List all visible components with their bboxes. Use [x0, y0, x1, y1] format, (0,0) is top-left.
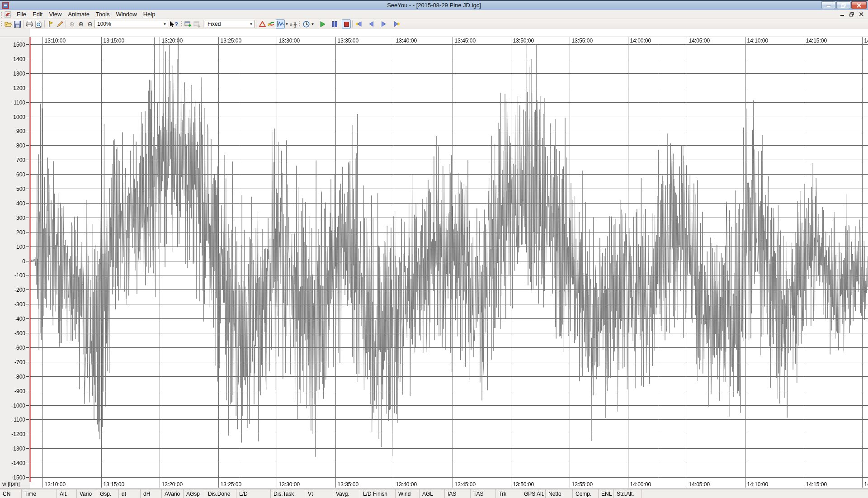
- close-button[interactable]: [851, 1, 867, 9]
- graph-mode-combobox[interactable]: Fixed ▼: [205, 20, 255, 28]
- task-button[interactable]: [258, 19, 267, 28]
- menu-file[interactable]: File: [14, 10, 29, 19]
- mdi-close-icon: [859, 12, 863, 16]
- mdi-restore-button[interactable]: [849, 12, 855, 17]
- y-axis-unit-label: w [fpm]: [2, 481, 20, 487]
- save-desktop-icon: [184, 21, 192, 28]
- save-button[interactable]: [13, 19, 22, 28]
- close-icon: [857, 3, 861, 8]
- draw-button[interactable]: [55, 19, 64, 28]
- zoom-level-combobox[interactable]: 100% ▼: [94, 20, 168, 28]
- mdi-minimize-icon: [840, 12, 844, 16]
- status-field-stdalt: Std.Alt.: [614, 489, 642, 498]
- animation-rate-button[interactable]: [302, 19, 311, 28]
- next-fix-button[interactable]: [379, 19, 388, 28]
- status-field-ldfinish: L/D Finish: [360, 489, 396, 498]
- menu-tools[interactable]: Tools: [93, 10, 113, 19]
- last-fix-button[interactable]: [392, 19, 401, 28]
- status-field-distask: Dis.Task: [271, 489, 305, 498]
- restore-icon: [841, 3, 846, 8]
- status-field-netto: Netto: [546, 489, 573, 498]
- zoom-out-icon: ⊖: [87, 20, 93, 28]
- toolbar-grip[interactable]: [1, 21, 2, 27]
- toolbar-grip[interactable]: [181, 21, 182, 27]
- minimize-icon: [826, 3, 831, 7]
- restore-button[interactable]: [836, 1, 850, 9]
- status-field-comp: Comp.: [573, 489, 599, 498]
- status-field-agl: AGL: [420, 489, 445, 498]
- prev-fix-button[interactable]: [367, 19, 376, 28]
- zoom-in-icon: ⊕: [78, 20, 84, 28]
- status-field-vt: Vt: [305, 489, 333, 498]
- next-fix-icon: [381, 21, 387, 27]
- stop-button[interactable]: [342, 19, 351, 28]
- print-preview-icon: [35, 21, 42, 28]
- mdi-restore-icon: [849, 12, 854, 17]
- menu-help[interactable]: Help: [140, 10, 159, 19]
- pause-button[interactable]: [330, 19, 339, 28]
- pencil-icon: [57, 21, 63, 28]
- mdi-close-button[interactable]: [858, 12, 864, 17]
- title-bar[interactable]: SeeYou - - [2015-08-29 Pine JD.igc]: [0, 0, 868, 10]
- flag-icon: [48, 21, 54, 28]
- optimize-icon: [268, 21, 275, 27]
- toolbar-grip[interactable]: [299, 21, 300, 27]
- chevron-down-icon: ▼: [163, 22, 167, 26]
- window-title: SeeYou - - [2015-08-29 Pine JD.igc]: [0, 2, 868, 9]
- flag-button[interactable]: [46, 19, 55, 28]
- context-help-icon: ?: [169, 21, 179, 28]
- graph-mode-value: Fixed: [208, 21, 221, 27]
- save-desktop-button[interactable]: [184, 19, 193, 28]
- print-button[interactable]: [25, 19, 34, 28]
- first-fix-button[interactable]: [354, 19, 363, 28]
- status-field-ld: L/D: [236, 489, 271, 498]
- play-icon: [320, 21, 326, 27]
- zoom-reset-icon: ⊕: [69, 20, 75, 28]
- separator: [44, 20, 45, 28]
- menu-bar: FileEditViewAnimateToolsWindowHelp: [0, 10, 868, 19]
- menubar-grip[interactable]: [1, 11, 2, 18]
- status-field-avario: AVario: [162, 489, 184, 498]
- print-icon: [26, 21, 33, 27]
- menu-view[interactable]: View: [46, 10, 65, 19]
- animation-rate-caret[interactable]: ▼: [311, 22, 315, 26]
- zoom-out-button[interactable]: ⊖: [85, 19, 94, 28]
- svg-text:5: 5: [294, 21, 296, 24]
- menu-edit[interactable]: Edit: [29, 10, 46, 19]
- statistics-icon: υ= 5 2: [290, 21, 297, 28]
- optimize-button[interactable]: [267, 19, 276, 28]
- status-field-alt: Alt.: [57, 489, 77, 498]
- menu-window[interactable]: Window: [113, 10, 140, 19]
- menu-animate[interactable]: Animate: [65, 10, 93, 19]
- minimize-button[interactable]: [821, 1, 835, 9]
- status-field-ias: IAS: [445, 489, 471, 498]
- zoom-reset-button[interactable]: ⊕: [67, 19, 76, 28]
- status-bar: CNTimeAlt.VarioGsp.dtdHAVarioAGspDis.Don…: [0, 489, 868, 498]
- zoom-level-value: 100%: [97, 21, 111, 27]
- mdi-minimize-button[interactable]: [839, 12, 845, 17]
- first-fix-icon: [355, 21, 362, 27]
- zoom-in-button[interactable]: ⊕: [76, 19, 85, 28]
- context-help-button[interactable]: ?: [168, 19, 180, 28]
- play-button[interactable]: [318, 19, 327, 28]
- load-desktop-icon: [193, 21, 201, 28]
- separator: [352, 20, 353, 28]
- status-field-enl: ENL: [599, 489, 614, 498]
- separator: [23, 20, 24, 28]
- print-preview-button[interactable]: [34, 19, 43, 28]
- vario-trace-canvas[interactable]: [0, 29, 868, 489]
- statistics-button[interactable]: υ= 5 2: [289, 19, 298, 28]
- load-desktop-button[interactable]: [193, 19, 202, 28]
- vario-graph-panel: w [fpm]: [0, 29, 868, 489]
- pause-icon: [332, 21, 337, 27]
- task-icon: [259, 21, 266, 27]
- stop-icon: [344, 22, 349, 27]
- status-field-cn: CN: [0, 489, 22, 498]
- status-field-dt: dt: [119, 489, 141, 498]
- graph-options-caret[interactable]: ▼: [285, 22, 289, 26]
- open-button[interactable]: [4, 19, 13, 28]
- status-field-trk: Trk: [496, 489, 521, 498]
- graph-button[interactable]: [276, 19, 285, 28]
- svg-text:?: ?: [175, 21, 178, 28]
- status-field-dh: dH: [141, 489, 162, 498]
